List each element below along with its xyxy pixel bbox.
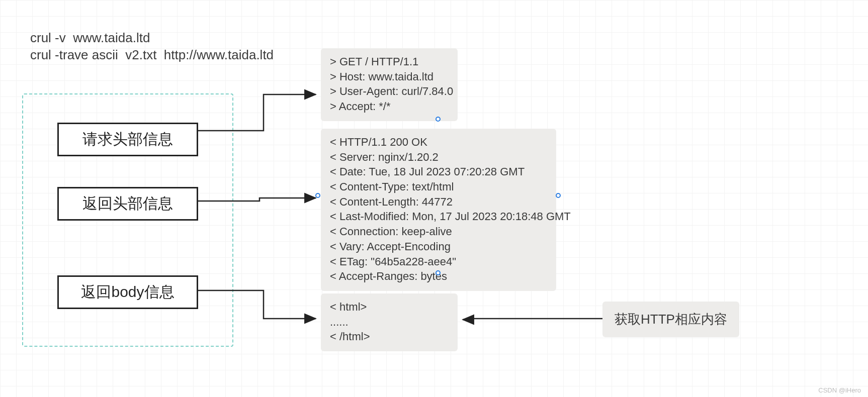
command-line-2: crul -trave ascii v2.txt http://www.taid…: [30, 47, 274, 63]
label-response-body: 返回body信息: [57, 275, 198, 309]
panel-response-body: < html> ...... < /html>: [321, 293, 458, 351]
panel-request-headers: > GET / HTTP/1.1 > Host: www.taida.ltd >…: [321, 48, 458, 121]
selection-handle-right[interactable]: [556, 193, 561, 198]
command-line-1: crul -v www.taida.ltd: [30, 30, 150, 46]
selection-handle-left[interactable]: [315, 193, 320, 198]
label-response-header: 返回头部信息: [57, 187, 198, 221]
selection-handle-top[interactable]: [436, 117, 441, 122]
label-fetch-http-content: 获取HTTP相应内容: [602, 302, 739, 337]
selection-handle-bottom[interactable]: [436, 270, 441, 275]
diagram-canvas: crul -v www.taida.ltd crul -trave ascii …: [0, 0, 868, 397]
watermark: CSDN @iHero: [818, 386, 861, 394]
label-request-header: 请求头部信息: [57, 123, 198, 156]
panel-response-headers: < HTTP/1.1 200 OK < Server: nginx/1.20.2…: [321, 129, 556, 291]
